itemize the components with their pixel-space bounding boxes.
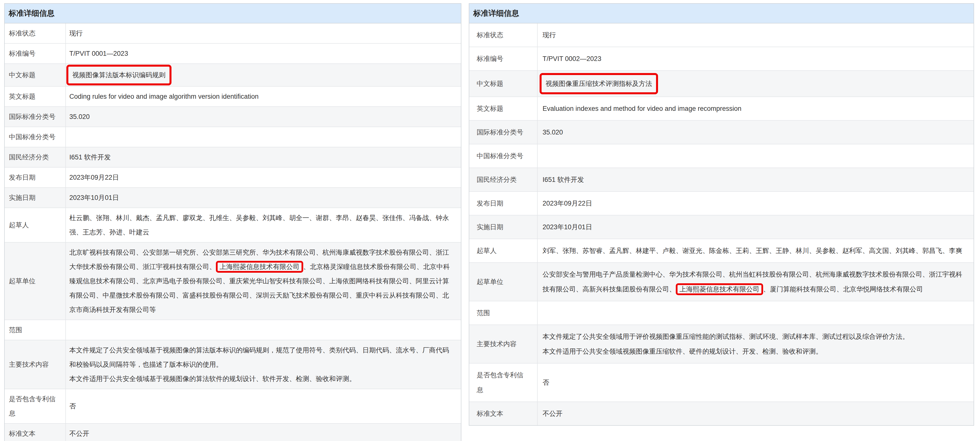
row-code: 标准编号T/PVIT 0001—2023	[5, 43, 461, 64]
row-implement-date: 实施日期2023年10月01日	[5, 187, 461, 207]
field-label: 发布日期	[469, 192, 538, 215]
standard-detail-table-left: 标准详细信息 标准状态现行标准编号T/PVIT 0001—2023中文标题视频图…	[4, 3, 461, 441]
field-value-content: 杜云鹏、张翔、林川、戴杰、孟凡辉、廖双龙、孔维生、吴参毅、刘其峰、胡全一、谢群、…	[69, 211, 455, 239]
row-ics: 国际标准分类号35.020	[5, 107, 461, 127]
standard-detail-table-right: 标准详细信息 标准状态现行标准编号T/PVIT 0002—2023中文标题视频图…	[469, 3, 974, 426]
text-segment: 、厦门算能科技有限公司、北京华悦网络技术有限公司	[763, 285, 923, 293]
field-label: 起草人	[5, 208, 66, 242]
field-value: 视频图像算法版本标识编码规则	[66, 64, 461, 86]
field-label: 发布日期	[5, 167, 66, 187]
field-label-text: 标准文本	[9, 427, 35, 441]
row-title-zh: 中文标题视频图像算法版本标识编码规则	[5, 64, 461, 86]
field-label: 起草单位	[5, 243, 66, 320]
field-label: 标准文本	[5, 424, 66, 441]
field-label-text: 发布日期	[477, 196, 503, 211]
field-label: 中文标题	[469, 71, 538, 97]
field-value-content: 不公开	[69, 427, 455, 441]
field-value	[66, 320, 461, 340]
field-value-content: T/PVIT 0001—2023	[69, 46, 455, 61]
field-value-content: 2023年10月01日	[69, 191, 455, 205]
field-label: 国民经济分类	[469, 168, 538, 191]
field-label-text: 起草人	[9, 218, 29, 232]
field-label-text: 实施日期	[9, 191, 35, 205]
field-value: 现行	[538, 24, 974, 47]
field-value: 不公开	[66, 424, 461, 441]
field-label-text: 是否包含专利信息	[477, 368, 530, 397]
field-label-text: 起草单位	[477, 274, 503, 289]
field-value-content: 2023年09月22日	[542, 196, 967, 211]
field-label-text: 中文标题	[9, 68, 35, 82]
field-value-content: 否	[542, 375, 967, 390]
row-ccs: 中国标准分类号	[5, 127, 461, 147]
field-value: I651 软件开发	[66, 147, 461, 167]
field-label-text: 英文标题	[477, 101, 503, 116]
field-value: 2023年10月01日	[538, 215, 974, 239]
field-value-content: 否	[69, 399, 455, 413]
field-value: 2023年10月01日	[66, 188, 461, 207]
field-label-text: 起草人	[477, 243, 497, 258]
field-label: 实施日期	[469, 215, 538, 239]
field-label-text: 国际标准分类号	[477, 125, 523, 140]
row-standard-text: 标准文本不公开	[469, 401, 974, 425]
field-value-content: 35.020	[542, 125, 967, 140]
field-label: 是否包含专利信息	[469, 363, 538, 401]
field-value-content: Coding rules for video and image algorit…	[69, 89, 455, 103]
field-value-content: 不公开	[542, 406, 967, 421]
row-code: 标准编号T/PVIT 0002—2023	[469, 47, 974, 70]
field-value: 公安部安全与警用电子产品质量检测中心、华为技术有限公司、杭州当虹科技股份有限公司…	[538, 263, 974, 301]
row-ccs: 中国标准分类号	[469, 144, 974, 167]
field-value-content: 2023年09月22日	[69, 170, 455, 185]
field-value-content: 北京旷视科技有限公司、公安部第一研究所、公安部第三研究所、华为技术有限公司、杭州…	[69, 245, 455, 317]
field-label-text: 中国标准分类号	[477, 148, 523, 163]
row-main-content: 主要技术内容本文件规定了公共安全领域用于评价视频图像重压缩性能的测试指标、测试环…	[469, 325, 974, 363]
field-label-text: 主要技术内容	[9, 357, 49, 372]
red-highlight-box: 上海熙菱信息技术有限公司	[676, 283, 763, 295]
field-value-content: 现行	[69, 26, 455, 40]
field-label: 是否包含专利信息	[5, 389, 66, 423]
field-value-content: Evaluation indexes and method for video …	[542, 101, 967, 116]
table-title: 标准详细信息	[473, 9, 519, 18]
table-title: 标准详细信息	[9, 9, 54, 18]
field-label-text: 英文标题	[9, 89, 35, 103]
row-scope: 范围	[5, 320, 461, 340]
row-status: 标准状态现行	[469, 24, 974, 47]
field-value: Coding rules for video and image algorit…	[66, 87, 461, 107]
field-value: 否	[538, 363, 974, 401]
field-label-text: 国际标准分类号	[9, 110, 56, 124]
field-value: 本文件规定了公共安全领域用于评价视频图像重压缩性能的测试指标、测试环境、测试样本…	[538, 325, 974, 363]
row-draft-units: 起草单位公安部安全与警用电子产品质量检测中心、华为技术有限公司、杭州当虹科技股份…	[469, 262, 974, 301]
field-value: 2023年09月22日	[66, 167, 461, 187]
field-value: I651 软件开发	[538, 168, 974, 191]
field-value-content: 刘军、张翔、苏智睿、孟凡辉、林建平、卢毅、谢亚光、陈金栋、王莉、王辉、王静、林川…	[542, 243, 967, 258]
row-patent-info: 是否包含专利信息否	[5, 389, 461, 423]
field-label-text: 中文标题	[477, 76, 503, 91]
field-label: 范围	[5, 320, 66, 340]
row-economic-class: 国民经济分类I651 软件开发	[5, 147, 461, 167]
field-value: T/PVIT 0001—2023	[66, 44, 461, 64]
row-publish-date: 发布日期2023年09月22日	[5, 167, 461, 187]
row-scope: 范围	[469, 301, 974, 325]
row-ics: 国际标准分类号35.020	[469, 120, 974, 144]
field-value-content: T/PVIT 0002—2023	[542, 51, 967, 66]
field-label: 中文标题	[5, 64, 66, 86]
field-label: 英文标题	[469, 97, 538, 120]
field-label-text: 标准编号	[477, 51, 503, 66]
field-value	[538, 301, 974, 325]
field-label-text: 标准状态	[9, 26, 35, 40]
red-highlight-box: 视频图像算法版本标识编码规则	[66, 65, 172, 85]
field-label-text: 范围	[9, 323, 22, 337]
field-value-content: 本文件规定了公共安全领域基于视频图像的算法版本标识的编码规则，规范了使用符号、类…	[69, 343, 455, 386]
row-status: 标准状态现行	[5, 24, 461, 43]
field-label: 英文标题	[5, 87, 66, 107]
table-rows: 标准状态现行标准编号T/PVIT 0002—2023中文标题视频图像重压缩技术评…	[469, 24, 974, 425]
field-value: T/PVIT 0002—2023	[538, 47, 974, 70]
table-rows: 标准状态现行标准编号T/PVIT 0001—2023中文标题视频图像算法版本标识…	[5, 24, 461, 441]
row-publish-date: 发布日期2023年09月22日	[469, 191, 974, 215]
row-draft-units: 起草单位北京旷视科技有限公司、公安部第一研究所、公安部第三研究所、华为技术有限公…	[5, 242, 461, 320]
row-title-zh: 中文标题视频图像重压缩技术评测指标及方法	[469, 70, 974, 97]
field-label: 标准状态	[5, 24, 66, 43]
paragraph: 本文件规定了公共安全领域基于视频图像的算法版本标识的编码规则，规范了使用符号、类…	[69, 343, 455, 372]
field-value: 35.020	[66, 107, 461, 127]
field-label-text: 发布日期	[9, 170, 35, 185]
row-title-en: 英文标题Coding rules for video and image alg…	[5, 86, 461, 107]
